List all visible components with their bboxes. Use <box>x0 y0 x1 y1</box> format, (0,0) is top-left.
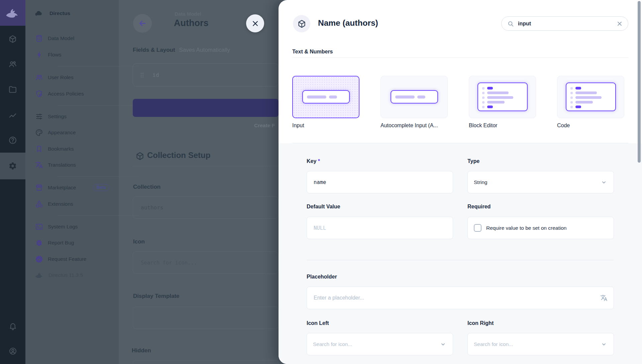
bookmark-icon <box>35 145 43 153</box>
drawer-scrollbar[interactable] <box>638 1 641 163</box>
module-insights[interactable] <box>0 103 25 128</box>
collection-setup-title: Collection Setup <box>147 151 210 160</box>
back-button <box>133 14 152 33</box>
icon-left-select[interactable]: Search for icon... <box>307 333 453 355</box>
required-checkbox[interactable] <box>474 224 481 232</box>
list-preview-graphic <box>566 82 616 111</box>
chevron-down-icon <box>600 341 608 348</box>
required-label: Required <box>467 204 491 210</box>
interface-card-code[interactable] <box>557 76 624 118</box>
beta-badge: Beta <box>93 184 109 191</box>
box-icon <box>297 19 306 28</box>
translate-icon <box>35 161 43 169</box>
sidebar-item-translations[interactable]: Translations <box>25 157 119 173</box>
rabbit-icon <box>35 272 44 278</box>
close-drawer-button[interactable] <box>246 14 264 32</box>
help-icon <box>8 136 17 145</box>
interface-card-input[interactable] <box>292 76 359 118</box>
type-label: Type <box>467 158 479 164</box>
create-field-advanced-link: Create F <box>254 123 275 129</box>
arrow-left-icon <box>138 19 147 28</box>
placeholder-label: Placeholder <box>307 274 337 280</box>
user-menu-button[interactable] <box>0 338 25 364</box>
chart-icon <box>8 111 17 120</box>
field-config-drawer: Name (authors) Text & Numbers <box>279 0 642 364</box>
fields-layout-label: Fields & Layout <box>133 47 175 53</box>
drawer-overlay[interactable]: Data Model Authors Fields & Layout Saves… <box>119 0 279 364</box>
default-value-label: Default Value <box>307 204 340 210</box>
sidebar-item-bookmarks[interactable]: Bookmarks <box>25 141 119 157</box>
module-settings[interactable] <box>0 153 25 179</box>
interface-card-block-editor[interactable] <box>469 76 536 118</box>
sidebar-item-request-feature[interactable]: Request Feature <box>25 251 119 267</box>
icon-input: Search for icon... <box>133 251 279 274</box>
type-select[interactable]: String <box>467 171 614 193</box>
sidebar-item-appearance[interactable]: Appearance <box>25 125 119 141</box>
settings-sidebar: Directus Data Model Flows User Roles Acc… <box>25 0 119 364</box>
users-icon <box>8 60 17 68</box>
group-divider <box>292 57 628 58</box>
directus-app: Directus Data Model Flows User Roles Acc… <box>0 0 642 364</box>
clear-search-icon[interactable] <box>616 20 623 27</box>
sidebar-item-user-roles[interactable]: User Roles <box>25 69 119 85</box>
input-preview-graphic <box>391 90 438 104</box>
module-content[interactable] <box>0 26 25 52</box>
collection-input: authors <box>133 196 279 219</box>
icon-right-label: Icon Right <box>467 320 494 326</box>
required-asterisk: * <box>318 158 320 164</box>
chevron-down-icon <box>439 341 447 348</box>
notifications-button[interactable] <box>0 313 25 339</box>
rabbit-icon <box>6 8 20 18</box>
interface-search[interactable] <box>501 16 628 31</box>
search-input[interactable] <box>517 20 616 27</box>
terminal-icon <box>35 223 43 231</box>
key-input[interactable] <box>313 179 447 186</box>
sidebar-item-settings[interactable]: Settings <box>25 109 119 125</box>
cloud-icon <box>34 9 43 18</box>
translate-icon <box>600 294 608 302</box>
version-info: Directus 11.3.5 <box>25 267 119 283</box>
bolt-icon <box>35 51 43 59</box>
sidebar-item-flows[interactable]: Flows <box>25 47 119 63</box>
module-users[interactable] <box>0 51 25 77</box>
project-header[interactable]: Directus <box>25 5 119 21</box>
sidebar-item-marketplace[interactable]: Marketplace Beta <box>25 180 119 196</box>
interface-group-title: Text & Numbers <box>292 49 333 55</box>
module-files[interactable] <box>0 77 25 102</box>
icon-right-select[interactable]: Search for icon... <box>467 333 614 355</box>
default-value-input-wrap <box>307 217 453 239</box>
sidebar-item-access-policies[interactable]: Access Policies <box>25 86 119 102</box>
sidebar-item-report-bug[interactable]: Report Bug <box>25 235 119 251</box>
display-template-label: Display Template <box>133 293 180 300</box>
feature-badge-icon <box>35 255 43 263</box>
autosave-note: Saves Automatically <box>179 47 230 53</box>
drawer-header-badge <box>293 15 310 32</box>
required-checkbox-text: Require value to be set on creation <box>486 225 566 231</box>
default-value-input[interactable] <box>313 225 447 231</box>
placeholder-input-wrap <box>307 287 614 309</box>
breadcrumb: Data Model <box>175 11 201 17</box>
interface-label-autocomplete: Autocomplete Input (A... <box>381 123 438 129</box>
bell-icon <box>9 322 17 330</box>
sidebar-item-extensions[interactable]: Extensions <box>25 196 119 212</box>
form-divider <box>307 260 614 260</box>
hidden-label: Hidden <box>132 347 151 354</box>
input-preview-graphic <box>302 90 350 104</box>
placeholder-input[interactable] <box>313 295 600 301</box>
page-title: Authors <box>174 18 209 28</box>
icon-left-label: Icon Left <box>307 320 329 326</box>
module-help[interactable] <box>0 128 25 153</box>
directus-logo[interactable] <box>0 0 25 26</box>
search-icon <box>507 20 514 27</box>
module-bar <box>0 0 25 364</box>
bug-icon <box>35 239 43 247</box>
interface-card-autocomplete[interactable] <box>381 76 448 118</box>
sidebar-item-system-logs[interactable]: System Logs <box>25 219 119 235</box>
box-icon <box>8 35 17 43</box>
project-name: Directus <box>49 10 70 16</box>
palette-icon <box>35 129 43 137</box>
sidebar-item-data-model[interactable]: Data Model <box>25 30 119 46</box>
category-icon <box>35 200 43 208</box>
icon-label: Icon <box>133 238 145 245</box>
account-icon <box>9 347 17 355</box>
